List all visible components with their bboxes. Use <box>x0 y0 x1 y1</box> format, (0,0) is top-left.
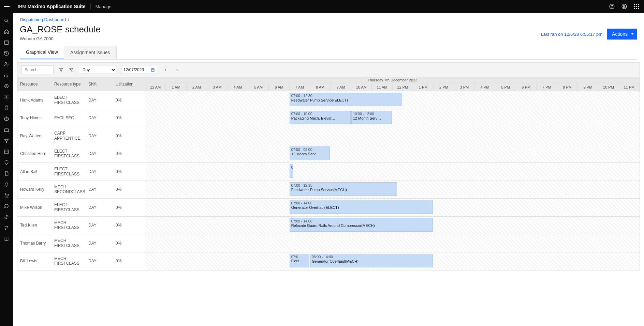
analytics-icon[interactable] <box>2 71 11 80</box>
resource-row[interactable]: Bill Lewis MECHFIRSTCLASS DAY 0% <box>17 252 145 270</box>
hour-label: 11 PM <box>619 83 640 91</box>
hour-label: 8 AM <box>310 83 331 91</box>
user-add-icon[interactable] <box>2 60 11 69</box>
resource-row[interactable]: Howard Kelly MECHSECONDCLASS DAY 0% <box>17 181 145 199</box>
resource-row[interactable]: Hank Adams ELECTFIRSTCLASS DAY 0% <box>17 91 145 109</box>
resource-type: ELECTFIRSTCLASS <box>54 202 88 212</box>
hour-label: 9 AM <box>331 83 351 91</box>
shield-icon[interactable] <box>2 158 11 167</box>
hour-label: 12 PM <box>393 83 413 91</box>
gear-icon[interactable] <box>2 93 11 102</box>
date-input[interactable]: 12/07/2023 <box>121 66 157 74</box>
resource-type: ELECTFIRSTCLASS <box>54 167 88 176</box>
timeline-row: 07:00 - 14:00Generator Overhaul(ELECT) <box>145 199 640 217</box>
timeline-row <box>145 127 640 145</box>
resource-row[interactable]: Ted Klien MECHFIRSTCLASS DAY 0% <box>17 217 145 235</box>
task-bar[interactable]: 08:00 - 14:00Generator Overhaul(MECH) <box>310 254 433 267</box>
resource-type: ELECTFIRSTCLASS <box>54 149 88 159</box>
hour-label: 1 AM <box>166 83 186 91</box>
hour-label: 1 PM <box>413 83 434 91</box>
tab-assignment-issues[interactable]: Assignment issues <box>64 46 117 59</box>
sliders-icon[interactable] <box>2 223 11 232</box>
page-title: GA_ROSE schedule <box>20 24 101 35</box>
resource-util: 0% <box>116 134 140 138</box>
task-bar[interactable]: 07:00 - 14:00Generator Overhaul(ELECT) <box>290 200 433 214</box>
page-subtitle: Wonum GA 7000 <box>20 36 101 41</box>
resource-shift: DAY <box>88 98 116 103</box>
col-util: Utilization <box>116 82 140 87</box>
task-bar[interactable]: 07:00 - 09:0012 Month Serv… <box>290 146 330 160</box>
svg-point-28 <box>7 226 8 227</box>
list-icon[interactable] <box>2 234 11 243</box>
resource-row[interactable]: Allan Ball ELECTFIRSTCLASS DAY 0% <box>17 163 145 181</box>
timeline-row: 07:00 - 09:0012 Month Serv… <box>145 145 640 163</box>
clipboard-icon[interactable] <box>2 104 11 112</box>
resource-util: 0% <box>116 223 140 228</box>
box-icon[interactable] <box>2 38 11 47</box>
task-bar[interactable]: 07:0…Elect… <box>290 254 309 267</box>
resource-row[interactable]: Mike Wilson ELECTFIRSTCLASS DAY 0% <box>17 199 145 217</box>
clear-filter-icon[interactable] <box>69 67 74 73</box>
hour-label: 6 AM <box>269 83 289 91</box>
task-bar[interactable]: 07:00 - 12:30Feedwater Pump Service(ELEC… <box>290 93 402 106</box>
timeline-row: 07:00 - 14:00Relocate Guard Rails Around… <box>145 217 640 235</box>
resource-name: Thomas Barry <box>20 241 54 246</box>
resource-row[interactable]: Christine Horn ELECTFIRSTCLASS DAY 0% <box>17 145 145 163</box>
svg-point-5 <box>636 4 637 5</box>
resource-util: 0% <box>116 169 140 174</box>
user-avatar-icon[interactable] <box>621 3 628 10</box>
timeline-row: 07:0…Elect…08:00 - 14:00Generator Overha… <box>145 252 640 270</box>
task-bar[interactable]: 07:00 - 10:00Packaging Mach. Elevat… <box>290 111 351 124</box>
cart-icon[interactable] <box>2 191 11 200</box>
hamburger-menu-icon[interactable] <box>4 3 12 10</box>
search-icon[interactable] <box>2 16 11 25</box>
breadcrumb-sep: / <box>68 17 69 22</box>
actions-button[interactable]: Actions <box>607 29 637 40</box>
briefcase-icon[interactable] <box>2 125 11 134</box>
resource-util: 0% <box>116 115 140 120</box>
breadcrumb-link[interactable]: Dispatching Dashboard <box>20 17 66 22</box>
calendar-icon[interactable] <box>2 147 11 156</box>
granularity-select[interactable]: Day <box>79 66 116 74</box>
resource-shift: DAY <box>88 151 116 156</box>
svg-point-15 <box>5 63 6 64</box>
resource-shift: DAY <box>88 134 116 138</box>
filter-icon[interactable] <box>58 67 64 73</box>
last-ran-label: Last ran on 12/6/23 6:55:17 pm <box>541 32 602 37</box>
home-icon[interactable] <box>2 27 11 36</box>
app-switcher-label[interactable]: Manage <box>96 4 112 9</box>
document-icon[interactable] <box>2 169 11 178</box>
search-input[interactable] <box>21 65 54 74</box>
resource-row[interactable]: Ray Watters CARPAPPRENTICE DAY 0% <box>17 127 145 145</box>
task-bar[interactable]: 07:00 - 14:00Relocate Guard Rails Around… <box>290 218 433 232</box>
tab-graphical-view[interactable]: Graphical View <box>20 46 64 59</box>
prev-day-button[interactable]: ‹ <box>162 67 169 73</box>
hour-label: 2 PM <box>434 83 454 91</box>
resource-row[interactable]: Tony Himes FACILSEC DAY 0% <box>17 109 145 127</box>
hour-label: 7 AM <box>290 83 310 91</box>
target-icon[interactable] <box>2 82 11 91</box>
svg-point-29 <box>5 229 6 230</box>
history-icon[interactable] <box>2 49 11 58</box>
resource-util: 0% <box>116 187 140 192</box>
next-day-button[interactable]: › <box>174 67 180 73</box>
svg-point-18 <box>6 96 7 98</box>
task-bar[interactable]: 07:00 - 12:15Feedwater Pump Service(MECH… <box>290 182 397 196</box>
resource-type: FACILSEC <box>54 115 88 120</box>
bell-icon[interactable] <box>2 180 11 189</box>
globe-icon[interactable] <box>2 114 11 123</box>
resource-type: MECHFIRSTCLASS <box>54 238 88 248</box>
link-icon[interactable] <box>2 213 11 221</box>
svg-point-22 <box>5 139 6 140</box>
hour-label: 11 AM <box>372 83 392 91</box>
app-grid-icon[interactable] <box>633 3 640 10</box>
task-bar[interactable]: 0F <box>290 164 293 178</box>
resource-shift: DAY <box>88 115 116 120</box>
help-icon[interactable] <box>609 3 615 10</box>
task-bar[interactable]: 10:00 - 12:0012 Month Serv… <box>351 111 392 124</box>
breadcrumb: Dispatching Dashboard / <box>20 17 637 22</box>
resource-row[interactable]: Thomas Barry MECHFIRSTCLASS DAY 0% <box>17 234 145 252</box>
retry-icon[interactable] <box>2 202 11 211</box>
network-icon[interactable] <box>2 136 11 145</box>
svg-point-8 <box>636 6 637 7</box>
